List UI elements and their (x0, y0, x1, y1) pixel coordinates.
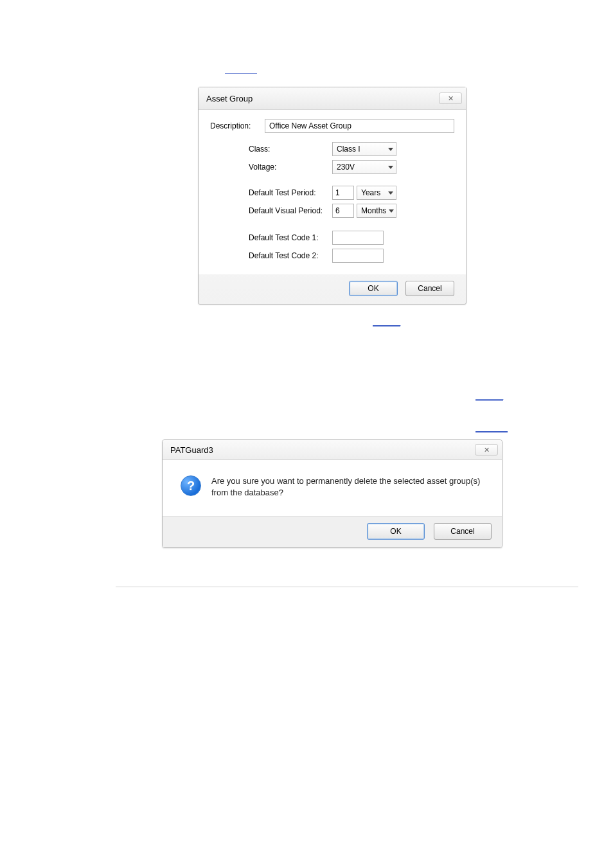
close-button[interactable]: ✕ (439, 93, 462, 104)
voltage-select[interactable]: 230V (332, 160, 396, 174)
confirm-delete-dialog: PATGuard3 ✕ ? Are you sure you want to p… (162, 439, 502, 548)
class-value: Class I (337, 145, 360, 154)
msg-close-button[interactable]: ✕ (475, 444, 498, 456)
msg-dialog-title: PATGuard3 (170, 445, 213, 455)
test-period-unit: Years (361, 188, 380, 197)
test-period-label: Default Test Period: (249, 188, 332, 197)
visual-period-unit: Months (361, 206, 386, 215)
question-icon: ? (181, 475, 201, 496)
msg-dialog-titlebar: PATGuard3 ✕ (163, 440, 502, 460)
test-period-input[interactable] (332, 186, 354, 200)
test-code2-input[interactable] (332, 249, 384, 263)
test-code1-label: Default Test Code 1: (249, 233, 332, 242)
asset-group-dialog: Asset Group ✕ Description: Class: Class … (198, 87, 466, 305)
dialog-title: Asset Group (206, 94, 253, 103)
visual-period-label: Default Visual Period: (249, 206, 332, 215)
top-link[interactable] (225, 64, 257, 74)
cancel-button[interactable]: Cancel (405, 281, 454, 296)
msg-ok-button[interactable]: OK (367, 523, 425, 540)
confirm-message: Are you sure you want to permanently del… (211, 475, 486, 498)
chevron-down-icon (388, 191, 393, 195)
chevron-down-icon (388, 166, 393, 169)
class-select[interactable]: Class I (332, 142, 396, 156)
description-label: Description: (210, 121, 265, 130)
visual-period-input[interactable] (332, 204, 354, 218)
close-icon: ✕ (484, 446, 490, 454)
mid-link-3[interactable] (475, 423, 508, 433)
question-mark: ? (187, 479, 195, 493)
test-code2-label: Default Test Code 2: (249, 251, 332, 260)
msg-cancel-button[interactable]: Cancel (434, 523, 492, 540)
chevron-down-icon (388, 148, 393, 151)
chevron-down-icon (389, 209, 394, 213)
test-code1-input[interactable] (332, 231, 384, 245)
voltage-value: 230V (337, 163, 355, 172)
class-label: Class: (249, 145, 332, 154)
dialog-titlebar: Asset Group ✕ (199, 87, 466, 110)
footer-divider (116, 587, 578, 587)
mid-link-1[interactable] (373, 317, 400, 327)
visual-period-unit-select[interactable]: Months (357, 204, 396, 218)
mid-link-2[interactable] (475, 391, 503, 401)
description-input[interactable] (265, 119, 454, 133)
ok-button[interactable]: OK (349, 281, 398, 296)
close-icon: ✕ (448, 94, 454, 103)
test-period-unit-select[interactable]: Years (357, 186, 396, 200)
voltage-label: Voltage: (249, 163, 332, 172)
